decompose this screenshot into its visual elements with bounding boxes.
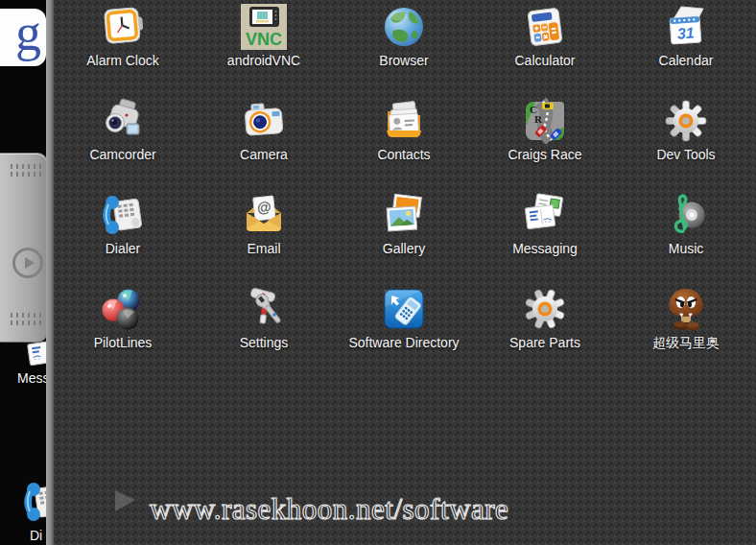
app-label: Browser bbox=[334, 53, 474, 69]
androidvnc-icon: VNC bbox=[241, 4, 287, 50]
app-pilotlines[interactable]: PilotLines bbox=[53, 284, 193, 374]
app-label: Camcorder bbox=[53, 147, 193, 163]
messaging-shortcut-label: Mess bbox=[17, 370, 49, 386]
google-search-widget[interactable]: g bbox=[0, 9, 46, 66]
software-directory-icon bbox=[381, 286, 427, 332]
app-contacts[interactable]: Contacts bbox=[334, 96, 474, 186]
android-screen: g :) Mess bbox=[0, 0, 756, 545]
app-label: Gallery bbox=[334, 241, 474, 257]
settings-icon bbox=[241, 286, 287, 332]
google-logo: g bbox=[15, 7, 41, 59]
app-calculator[interactable]: Calculator bbox=[475, 2, 615, 92]
camera-icon bbox=[241, 98, 287, 144]
app-dev-tools[interactable]: Dev Tools bbox=[616, 96, 756, 186]
app-label: Music bbox=[616, 241, 756, 257]
app-label: Messaging bbox=[475, 241, 615, 257]
watermark-text: www.rasekhoon.net/software bbox=[150, 492, 508, 527]
speaker-grille-icon bbox=[11, 320, 41, 325]
contacts-icon bbox=[381, 98, 427, 144]
app-label: Software Directory bbox=[334, 335, 474, 351]
goomba-icon bbox=[663, 286, 709, 332]
svg-text:31: 31 bbox=[676, 24, 695, 41]
app-gallery[interactable]: Gallery bbox=[334, 190, 474, 280]
play-button[interactable] bbox=[12, 248, 43, 278]
app-label: Email bbox=[194, 241, 334, 257]
app-craigs-race[interactable]: C R Craigs Race bbox=[475, 96, 615, 186]
calendar-icon: 31 bbox=[663, 4, 709, 50]
app-label: Camera bbox=[194, 147, 334, 163]
pilotlines-icon bbox=[100, 286, 146, 332]
svg-text:R: R bbox=[534, 113, 543, 125]
app-androidvnc[interactable]: VNC androidVNC bbox=[194, 2, 334, 92]
browser-globe-icon bbox=[381, 4, 427, 50]
app-browser[interactable]: Browser bbox=[334, 2, 474, 92]
messaging-icon: :) bbox=[522, 192, 568, 238]
app-label: Dialer bbox=[53, 241, 193, 257]
music-icon bbox=[663, 192, 709, 238]
calculator-icon bbox=[522, 4, 568, 50]
gear-icon bbox=[522, 286, 568, 332]
app-software-directory[interactable]: Software Directory bbox=[334, 284, 474, 374]
app-label: Contacts bbox=[334, 147, 474, 163]
svg-text:@: @ bbox=[256, 198, 272, 215]
media-player-widget[interactable] bbox=[0, 153, 48, 343]
app-label: Spare Parts bbox=[475, 335, 615, 351]
app-drawer-edge bbox=[46, 0, 54, 545]
speaker-grille-icon bbox=[11, 164, 41, 169]
app-settings[interactable]: Settings bbox=[194, 284, 334, 374]
app-calendar[interactable]: 31 Calendar bbox=[616, 2, 756, 92]
camcorder-icon bbox=[100, 98, 146, 144]
watermark-arrow-icon bbox=[115, 490, 135, 511]
play-icon bbox=[25, 257, 35, 269]
app-label: Settings bbox=[194, 335, 334, 351]
app-dialer[interactable]: Dialer bbox=[53, 190, 193, 280]
gear-icon bbox=[663, 98, 709, 144]
speaker-grille-icon bbox=[11, 172, 41, 177]
app-camcorder[interactable]: Camcorder bbox=[53, 96, 193, 186]
svg-text:VNC: VNC bbox=[246, 30, 282, 49]
app-super-mario[interactable]: 超级马里奥 bbox=[616, 284, 756, 374]
gallery-icon bbox=[381, 192, 427, 238]
email-icon: @ bbox=[241, 192, 287, 238]
app-spare-parts[interactable]: Spare Parts bbox=[475, 284, 615, 374]
app-label: Calculator bbox=[475, 53, 615, 69]
app-email[interactable]: @ Email bbox=[194, 190, 334, 280]
app-label: androidVNC bbox=[194, 53, 334, 69]
app-label: 超级马里奥 bbox=[616, 335, 756, 351]
dialer-shortcut-label: Di bbox=[30, 528, 42, 543]
app-label: Calendar bbox=[616, 53, 756, 69]
app-drawer: Alarm Clock VNC androidVNC bbox=[54, 0, 756, 545]
app-camera[interactable]: Camera bbox=[194, 96, 334, 186]
app-label: Dev Tools bbox=[616, 147, 756, 163]
alarm-clock-icon bbox=[100, 4, 146, 50]
dialer-icon bbox=[100, 192, 146, 238]
app-music[interactable]: Music bbox=[616, 190, 756, 280]
craigs-race-icon: C R bbox=[522, 98, 568, 144]
app-label: Alarm Clock bbox=[53, 53, 193, 69]
speaker-grille-icon bbox=[11, 313, 41, 318]
app-label: Craigs Race bbox=[475, 147, 615, 163]
app-alarm-clock[interactable]: Alarm Clock bbox=[53, 2, 193, 92]
svg-text::): :) bbox=[542, 218, 552, 224]
app-label: PilotLines bbox=[53, 335, 193, 351]
app-messaging[interactable]: :) Messaging bbox=[475, 190, 615, 280]
